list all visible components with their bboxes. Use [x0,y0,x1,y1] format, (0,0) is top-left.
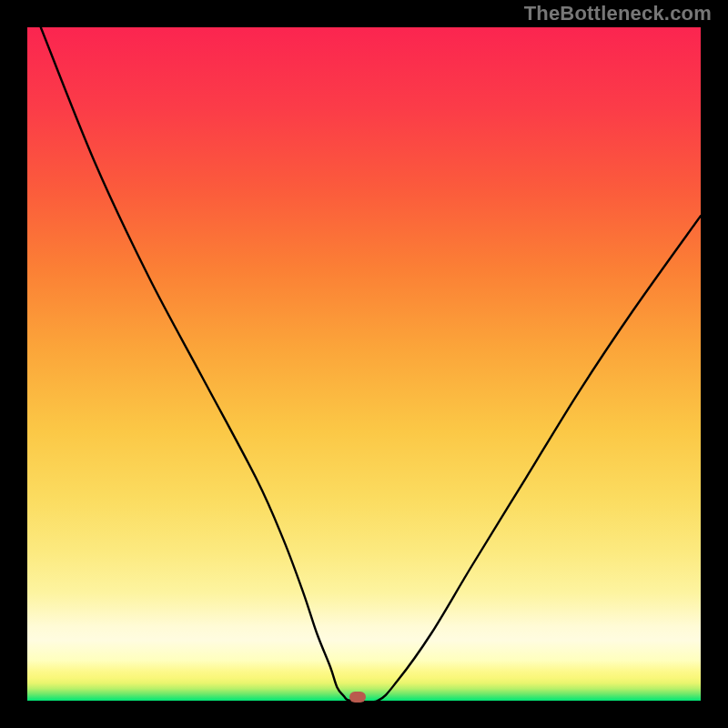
optimal-marker [349,692,366,703]
watermark-text: TheBottleneck.com [524,2,712,25]
plot-area [27,27,701,701]
bottleneck-curve [27,27,701,701]
chart-frame: TheBottleneck.com [0,0,728,728]
curve-path [41,27,701,701]
